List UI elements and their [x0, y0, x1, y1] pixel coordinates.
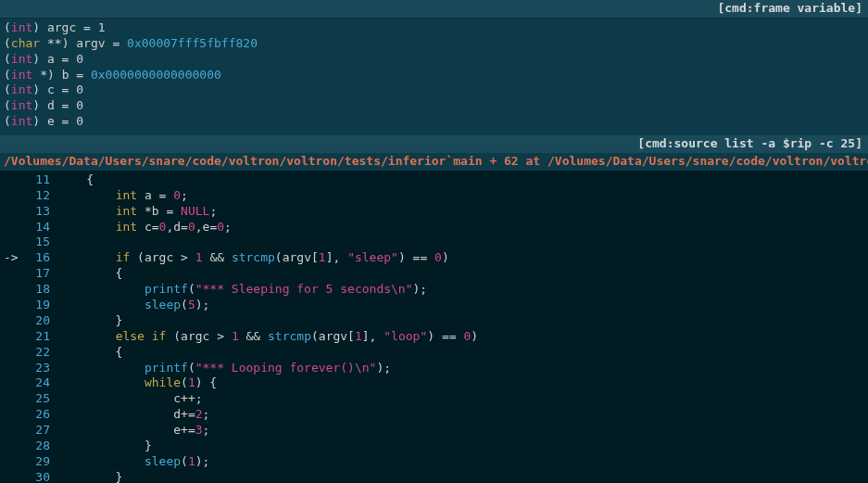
source-code: sleep(1);: [57, 454, 864, 470]
line-number: 27: [28, 423, 57, 439]
source-code: if (argc > 1 && strcmp(argv[1], "sleep")…: [57, 250, 864, 266]
current-line-arrow: [4, 235, 28, 250]
line-number: 11: [28, 172, 57, 188]
source-code: c++;: [57, 391, 864, 407]
current-line-arrow: [4, 375, 28, 391]
source-code: d+=2;: [57, 407, 864, 423]
source-code: {: [57, 172, 864, 188]
var-line: (int) a = 0: [4, 52, 864, 68]
current-line-arrow: [4, 266, 28, 282]
line-number: 24: [28, 375, 57, 391]
current-line-arrow: [4, 298, 28, 313]
source-panel-header: [cmd:source list -a $rip -c 25]: [0, 135, 868, 153]
source-code: [57, 235, 864, 250]
source-row: 22 {: [0, 345, 868, 361]
source-row: 14 int c=0,d=0,e=0;: [0, 220, 868, 235]
current-line-arrow: [4, 470, 28, 483]
current-line-arrow: [4, 204, 28, 220]
line-number: 18: [28, 282, 57, 298]
line-number: 25: [28, 391, 57, 407]
source-code: printf("*** Sleeping for 5 seconds\n");: [57, 282, 864, 298]
source-row: 13 int *b = NULL;: [0, 204, 868, 220]
line-number: 26: [28, 407, 57, 423]
line-number: 21: [28, 329, 57, 345]
source-row: 25 c++;: [0, 391, 868, 407]
source-path-offset: 62: [504, 154, 519, 168]
current-line-arrow: [4, 391, 28, 407]
line-number: 20: [28, 313, 57, 329]
source-code: int a = 0;: [57, 188, 864, 204]
current-line-arrow: [4, 439, 28, 454]
source-header-label: [cmd:source list -a $rip -c 25]: [637, 136, 862, 150]
source-row: 17 {: [0, 266, 868, 282]
line-number: 30: [28, 470, 57, 483]
current-line-arrow: [4, 188, 28, 204]
line-number: 13: [28, 204, 57, 220]
source-path-line: /Volumes/Data/Users/snare/code/voltron/v…: [0, 153, 868, 171]
source-row: 20 }: [0, 313, 868, 329]
line-number: 23: [28, 361, 57, 376]
source-code: }: [57, 439, 864, 454]
source-code: while(1) {: [57, 375, 864, 391]
line-number: 29: [28, 454, 57, 470]
source-code: else if (argc > 1 && strcmp(argv[1], "lo…: [57, 329, 864, 345]
current-line-arrow: ->: [4, 250, 28, 266]
current-line-arrow: [4, 454, 28, 470]
source-row: 11 {: [0, 172, 868, 188]
source-code: {: [57, 345, 864, 361]
var-line: (int) c = 0: [4, 83, 864, 98]
source-code: int *b = NULL;: [57, 204, 864, 220]
current-line-arrow: [4, 407, 28, 423]
var-line: (int) argc = 1: [4, 20, 864, 36]
source-row: 15: [0, 235, 868, 250]
source-path-at: at: [519, 154, 547, 168]
source-panel: 11 { 12 int a = 0; 13 int *b = NULL; 14 …: [0, 171, 868, 483]
source-row: 29 sleep(1);: [0, 454, 868, 470]
source-code: sleep(5);: [57, 298, 864, 313]
source-row: -> 16 if (argc > 1 && strcmp(argv[1], "s…: [0, 250, 868, 266]
line-number: 16: [28, 250, 57, 266]
source-row: 27 e+=3;: [0, 423, 868, 439]
source-row: 23 printf("*** Looping forever()\n");: [0, 361, 868, 376]
current-line-arrow: [4, 220, 28, 235]
source-path-suffix: /Volumes/Data/Users/snare/code/voltron/v…: [547, 154, 868, 168]
current-line-arrow: [4, 172, 28, 188]
line-number: 17: [28, 266, 57, 282]
current-line-arrow: [4, 282, 28, 298]
source-row: 21 else if (argc > 1 && strcmp(argv[1], …: [0, 329, 868, 345]
var-line: (int) d = 0: [4, 98, 864, 114]
line-number: 19: [28, 298, 57, 313]
source-code: }: [57, 470, 864, 483]
var-line: (int *) b = 0x0000000000000000: [4, 68, 864, 83]
current-line-arrow: [4, 313, 28, 329]
current-line-arrow: [4, 423, 28, 439]
var-line: (int) e = 0: [4, 114, 864, 130]
var-line: (char **) argv = 0x00007fff5fbff820: [4, 36, 864, 52]
line-number: 14: [28, 220, 57, 235]
source-row: 12 int a = 0;: [0, 188, 868, 204]
line-number: 28: [28, 439, 57, 454]
source-code: e+=3;: [57, 423, 864, 439]
source-code: printf("*** Looping forever()\n");: [57, 361, 864, 376]
source-path-prefix: /Volumes/Data/Users/snare/code/voltron/v…: [4, 154, 504, 168]
source-code: }: [57, 313, 864, 329]
source-code: int c=0,d=0,e=0;: [57, 220, 864, 235]
source-row: 26 d+=2;: [0, 407, 868, 423]
source-row: 24 while(1) {: [0, 375, 868, 391]
source-row: 28 }: [0, 439, 868, 454]
line-number: 22: [28, 345, 57, 361]
vars-panel: (int) argc = 1(char **) argv = 0x00007ff…: [0, 19, 868, 135]
current-line-arrow: [4, 361, 28, 376]
source-row: 18 printf("*** Sleeping for 5 seconds\n"…: [0, 282, 868, 298]
line-number: 15: [28, 235, 57, 250]
source-code: {: [57, 266, 864, 282]
source-row: 30 }: [0, 470, 868, 483]
current-line-arrow: [4, 345, 28, 361]
vars-panel-header: [cmd:frame variable]: [0, 0, 868, 19]
current-line-arrow: [4, 329, 28, 345]
source-row: 19 sleep(5);: [0, 298, 868, 313]
vars-header-label: [cmd:frame variable]: [717, 1, 862, 15]
line-number: 12: [28, 188, 57, 204]
